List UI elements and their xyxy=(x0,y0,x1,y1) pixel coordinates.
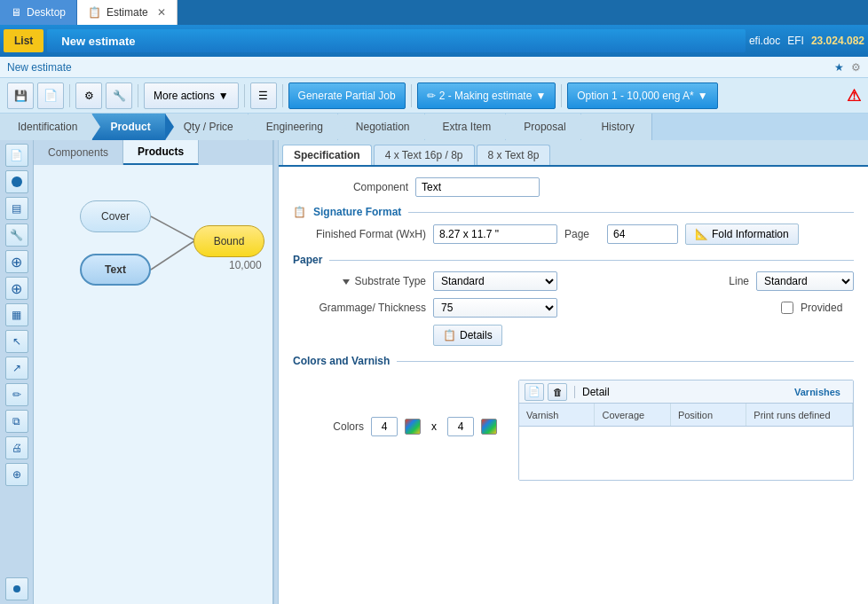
node-bound[interactable]: Bound xyxy=(193,225,264,257)
alert-icon[interactable]: ⚠ xyxy=(847,86,861,106)
tab-specification[interactable]: Specification xyxy=(282,145,372,165)
tab-components[interactable]: Components xyxy=(34,140,123,165)
efi-doc-label: efi.doc xyxy=(749,35,780,47)
colors-front-input[interactable] xyxy=(371,417,398,436)
config-button[interactable]: 🔧 xyxy=(106,82,132,109)
line-select[interactable]: Standard xyxy=(756,271,854,291)
breadcrumb[interactable]: New estimate xyxy=(7,61,72,74)
generate-partial-button[interactable]: Generate Partial Job xyxy=(288,82,406,109)
separator-1 xyxy=(69,84,70,107)
separator-5 xyxy=(411,84,412,107)
toolbar: 💾 📄 ⚙ 🔧 More actions ▼ ☰ Generate Partia… xyxy=(0,78,868,114)
step-product[interactable]: Product xyxy=(92,114,165,140)
step-proposal[interactable]: Proposal xyxy=(506,114,580,140)
step-qty-price[interactable]: Qty / Price xyxy=(166,114,249,140)
close-icon[interactable]: ✕ xyxy=(157,6,166,19)
varnish-table-header: Varnish Coverage Position Print runs def… xyxy=(519,404,853,427)
sidebar-pencil-icon[interactable]: ✏ xyxy=(5,383,28,406)
page-icon-button[interactable]: 📄 xyxy=(37,82,64,109)
panel-tabs: Components Products xyxy=(34,140,272,165)
step-engineering[interactable]: Engineering xyxy=(249,114,338,140)
list-icon-button[interactable]: ☰ xyxy=(250,82,277,109)
save-icon-button[interactable]: 💾 xyxy=(7,82,34,109)
varnish-delete-button[interactable]: 🗑 xyxy=(548,383,567,401)
desktop-icon: 🖥 xyxy=(11,6,21,19)
select-icon: ↗ xyxy=(12,362,21,374)
component-input[interactable] xyxy=(415,177,540,197)
page-input[interactable] xyxy=(607,224,678,244)
plus-icon: ⊕ xyxy=(12,468,21,481)
sidebar-page-icon[interactable]: 📄 xyxy=(5,144,28,167)
tab-4x-text[interactable]: 4 x Text 16p / 8p xyxy=(374,145,475,165)
finished-format-row: Finished Format (WxH) Page 📐 Fold Inform… xyxy=(293,224,854,245)
sidebar-add-circle-icon[interactable]: ⊕ xyxy=(5,250,28,273)
doc-icon: 📄 xyxy=(10,149,23,161)
settings-button[interactable]: ⚙ xyxy=(75,82,102,109)
component-label: Component xyxy=(293,181,408,193)
details-button[interactable]: 📋 Details xyxy=(433,325,502,346)
sidebar-cursor-icon[interactable]: ↖ xyxy=(5,330,28,353)
sidebar-circle-icon[interactable] xyxy=(5,170,28,193)
substrate-type-select[interactable]: Standard xyxy=(433,271,557,291)
step-history[interactable]: History xyxy=(581,114,652,140)
sidebar-select-icon[interactable]: ↗ xyxy=(5,357,28,380)
grammage-label: Grammage/ Thickness xyxy=(293,302,426,314)
varnish-table-body xyxy=(519,427,853,480)
step-extra-item[interactable]: Extra Item xyxy=(425,114,507,140)
substrate-type-label: Substrate Type xyxy=(293,275,426,287)
colors-front-picker[interactable] xyxy=(405,419,421,435)
tab-8x-text[interactable]: 8 x Text 8p xyxy=(477,145,551,165)
step-arrow-5 xyxy=(424,114,433,140)
finished-format-input[interactable] xyxy=(433,224,557,244)
fold-info-button[interactable]: 📐 Fold Information xyxy=(685,224,799,245)
dropdown-making-icon: ▼ xyxy=(535,90,546,102)
provided-checkbox[interactable] xyxy=(781,302,793,314)
step-negotiation[interactable]: Negotiation xyxy=(338,114,425,140)
varnish-col-position: Position xyxy=(671,404,746,426)
finished-format-label: Finished Format (WxH) xyxy=(293,228,426,240)
signature-format-link[interactable]: Signature Format xyxy=(313,206,401,218)
star-icon[interactable]: ★ xyxy=(834,61,844,74)
sidebar-list-icon[interactable]: ▤ xyxy=(5,197,28,220)
signature-format-icon: 📋 xyxy=(293,206,306,218)
grid-icon: ▦ xyxy=(12,309,21,321)
varnish-add-button[interactable]: 📄 xyxy=(525,383,544,401)
colors-varnish-header: Colors and Varnish xyxy=(293,355,854,367)
node-cover[interactable]: Cover xyxy=(80,200,151,232)
list-icon: ☰ xyxy=(258,90,268,102)
colors-back-input[interactable] xyxy=(447,417,474,436)
settings-icon[interactable]: ⚙ xyxy=(851,61,861,74)
sidebar-dot-icon[interactable] xyxy=(5,577,28,600)
colors-back-picker[interactable] xyxy=(481,419,497,435)
content-tabs: Specification 4 x Text 16p / 8p 8 x Text… xyxy=(279,140,868,165)
sidebar-grid-icon[interactable]: ▦ xyxy=(5,303,28,326)
doc2-icon: 📄 xyxy=(528,386,541,397)
tool-icon: 🔧 xyxy=(10,229,23,241)
version-label: 23.024.082 xyxy=(811,35,864,47)
option-button[interactable]: Option 1 - 10,000 eng A* ▼ xyxy=(567,82,717,109)
estimate-tab[interactable]: 📋 Estimate ✕ xyxy=(77,0,178,25)
component-row: Component xyxy=(293,177,854,197)
sidebar-plus-icon[interactable]: ⊕ xyxy=(5,463,28,486)
new-estimate-button[interactable]: New estimate xyxy=(47,29,746,52)
list-button[interactable]: List xyxy=(4,29,43,52)
more-actions-button[interactable]: More actions ▼ xyxy=(144,82,239,109)
menu-right: efi.doc EFI 23.024.082 xyxy=(749,35,864,47)
sidebar-print-icon[interactable]: 🖨 xyxy=(5,436,28,459)
making-estimate-button[interactable]: ✏ 2 - Making estimate ▼ xyxy=(417,82,556,109)
sidebar-layers-icon[interactable]: ⧉ xyxy=(5,410,28,433)
step-arrow-1 xyxy=(91,114,100,140)
desktop-tab[interactable]: 🖥 Desktop xyxy=(0,0,77,25)
circle-icon xyxy=(12,176,22,187)
separator-3 xyxy=(244,84,245,107)
dot-icon xyxy=(13,585,20,592)
tab-products[interactable]: Products xyxy=(123,140,199,165)
varnish-separator xyxy=(574,386,575,398)
grammage-select[interactable]: 75 xyxy=(433,298,557,318)
sidebar-add2-icon[interactable]: ⊕ xyxy=(5,277,28,300)
node-text[interactable]: Text xyxy=(80,254,151,286)
sidebar-tool-icon[interactable]: 🔧 xyxy=(5,224,28,247)
add2-icon: ⊕ xyxy=(11,280,22,297)
step-identification[interactable]: Identification xyxy=(0,114,92,140)
trash-icon: 🗑 xyxy=(553,387,563,397)
